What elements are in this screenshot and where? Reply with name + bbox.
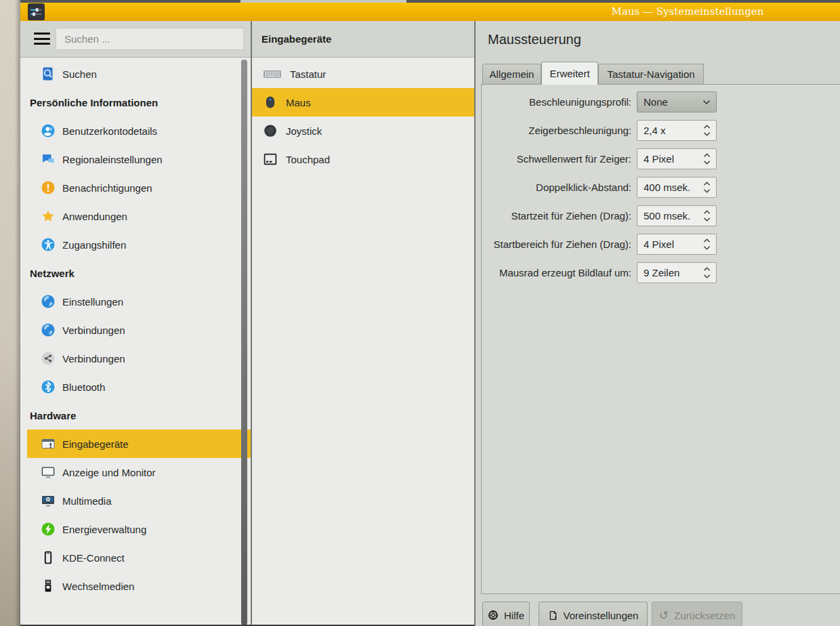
wheel-scroll-lines-spinbox[interactable]: 9 Zeilen <box>637 262 717 283</box>
acceleration-profile-combobox[interactable]: None <box>637 91 717 112</box>
search-input[interactable] <box>56 28 244 50</box>
sidebar-item-label: Benutzerkontodetails <box>62 125 157 137</box>
usb-stick-icon <box>41 579 56 593</box>
doubleclick-interval-spinbox[interactable]: 400 msek. <box>637 177 717 198</box>
field-label: Startzeit für Ziehen (Drag): <box>481 205 631 227</box>
device-item-tastatur[interactable]: Tastatur <box>252 60 474 88</box>
hamburger-menu-icon[interactable] <box>34 33 50 45</box>
device-list-column: Eingabegeräte Tastatur Maus Joystick <box>252 21 474 626</box>
sidebar-item-label: KDE-Connect <box>62 552 125 564</box>
tab-tastatur-navigation[interactable]: Tastatur-Navigation <box>598 64 704 84</box>
tab-allgemein[interactable]: Allgemein <box>482 64 541 84</box>
drag-start-time-spinbox[interactable]: 500 msek. <box>637 205 717 226</box>
sidebar-item-zugangshilfen[interactable]: Zugangshilfen <box>27 230 251 259</box>
window-title: Maus — Systemeinstellungen <box>535 3 840 21</box>
bluetooth-icon <box>41 379 56 394</box>
sidebar-item-label: Anzeige und Monitor <box>62 467 156 478</box>
sidebar-item-label: Verbindungen <box>62 353 125 364</box>
device-item-maus[interactable]: Maus <box>252 88 474 117</box>
accessibility-icon <box>41 237 56 252</box>
sidebar-section-header: Netzwerk <box>30 259 251 287</box>
tab-erweitert[interactable]: Erweitert <box>541 62 598 85</box>
sidebar-item-label: Anwendungen <box>62 211 127 222</box>
joystick-icon <box>263 123 278 138</box>
device-item-label: Maus <box>286 97 311 108</box>
sidebar-item-multimedia[interactable]: Multimedia <box>27 486 251 515</box>
region-language-icon <box>41 152 56 167</box>
sidebar-section-header: Hardware <box>30 401 251 430</box>
sidebar-item-label: Zugangshilfen <box>62 239 126 251</box>
sidebar-item-label: Bluetooth <box>62 381 105 393</box>
settings-panel: Maussteuerung Allgemein Erweitert Tastat… <box>476 21 840 626</box>
column-divider <box>474 21 476 626</box>
user-account-icon <box>41 123 56 138</box>
sidebar-item-verbindungen-1[interactable]: Verbindungen <box>27 316 251 344</box>
sidebar-item-anzeige-und-monitor[interactable]: Anzeige und Monitor <box>27 458 251 486</box>
multimedia-icon <box>41 493 56 508</box>
undo-icon: ↺ <box>659 610 669 621</box>
spin-arrows-icon[interactable] <box>702 238 711 250</box>
field-label: Schwellenwert für Zeiger: <box>481 148 631 170</box>
window-titlebar[interactable]: Maus — Systemeinstellungen <box>20 3 840 21</box>
sidebar-item-benachrichtigungen[interactable]: Benachrichtigungen <box>27 173 251 202</box>
field-label: Doppelklick-Abstand: <box>481 177 631 199</box>
reset-button[interactable]: ↺ Zurücksetzen <box>652 602 742 626</box>
sidebar-item-kde-connect[interactable]: KDE-Connect <box>27 543 251 572</box>
field-label: Beschleunigungsprofil: <box>481 91 631 113</box>
sidebar-item-anwendungen[interactable]: Anwendungen <box>27 202 251 230</box>
sidebar-section-header: Persönliche Informationen <box>30 88 251 117</box>
device-item-label: Joystick <box>286 125 322 137</box>
display-monitor-icon <box>41 465 56 480</box>
help-button[interactable]: Hilfe <box>482 602 530 626</box>
keyboard-icon <box>263 66 282 81</box>
device-item-touchpad[interactable]: Touchpad <box>252 145 474 173</box>
energy-icon <box>41 522 56 537</box>
field-label: Zeigerbeschleunigung: <box>481 120 631 142</box>
sidebar-header <box>20 21 251 58</box>
sidebar-item-label: Wechselmedien <box>62 581 134 592</box>
defaults-button[interactable]: Voreinstellungen <box>539 602 648 626</box>
device-list: Tastatur Maus Joystick Touchpad <box>252 58 474 626</box>
sidebar-scrollbar[interactable] <box>241 60 247 625</box>
spin-arrows-icon[interactable] <box>702 153 711 165</box>
field-label: Mausrad erzeugt Bildlauf um: <box>481 262 631 284</box>
spin-arrows-icon[interactable] <box>702 210 711 222</box>
sidebar-item-benutzerkontodetails[interactable]: Benutzerkontodetails <box>27 117 251 145</box>
sidebar-item-bluetooth[interactable]: Bluetooth <box>27 373 251 401</box>
sidebar-item-eingabegeraete[interactable]: Eingabegeräte <box>27 430 251 458</box>
sidebar-item-netzwerk-einstellungen[interactable]: Einstellungen <box>27 287 251 316</box>
device-list-title: Eingabegeräte <box>261 21 331 58</box>
touchpad-icon <box>263 152 278 167</box>
device-list-header: Eingabegeräte <box>252 21 474 58</box>
globe-icon <box>41 322 56 337</box>
sidebar-item-suchen[interactable]: Suchen <box>27 60 251 88</box>
notifications-icon <box>41 180 56 195</box>
spin-arrows-icon[interactable] <box>702 125 711 136</box>
sidebar-item-label: Regionaleinstellungen <box>62 154 163 165</box>
pointer-acceleration-spinbox[interactable]: 2,4 x <box>637 120 717 141</box>
sidebar-item-energieverwaltung[interactable]: Energieverwaltung <box>27 515 251 543</box>
spin-arrows-icon[interactable] <box>702 182 711 193</box>
sidebar-item-label: Energieverwaltung <box>62 524 146 535</box>
defaults-icon <box>548 610 558 621</box>
sidebar-item-label: Verbindungen <box>62 325 125 336</box>
categories-sidebar: Suchen Persönliche Informationen Benutze… <box>20 21 251 626</box>
sidebar-item-label: Suchen <box>62 68 97 80</box>
sidebar-item-label: Eingabegeräte <box>62 438 129 450</box>
drag-start-distance-spinbox[interactable]: 4 Pixel <box>637 234 717 255</box>
device-item-label: Touchpad <box>286 154 330 165</box>
applications-star-icon <box>41 209 56 224</box>
help-icon <box>488 610 499 621</box>
systemsettings-icon <box>28 3 45 20</box>
sidebar-item-label: Einstellungen <box>62 296 123 308</box>
field-label: Startbereich für Ziehen (Drag): <box>481 234 631 255</box>
sidebar-item-regionaleinstellungen[interactable]: Regionaleinstellungen <box>27 145 251 173</box>
sidebar-item-wechselmedien[interactable]: Wechselmedien <box>27 572 251 600</box>
sidebar-item-label: Multimedia <box>62 495 112 507</box>
device-item-joystick[interactable]: Joystick <box>252 117 474 145</box>
spin-arrows-icon[interactable] <box>702 267 711 278</box>
column-divider <box>251 21 252 626</box>
page-title: Maussteuerung <box>488 32 581 47</box>
pointer-threshold-spinbox[interactable]: 4 Pixel <box>637 148 717 169</box>
sidebar-item-verbindungen-2[interactable]: Verbindungen <box>27 344 251 373</box>
